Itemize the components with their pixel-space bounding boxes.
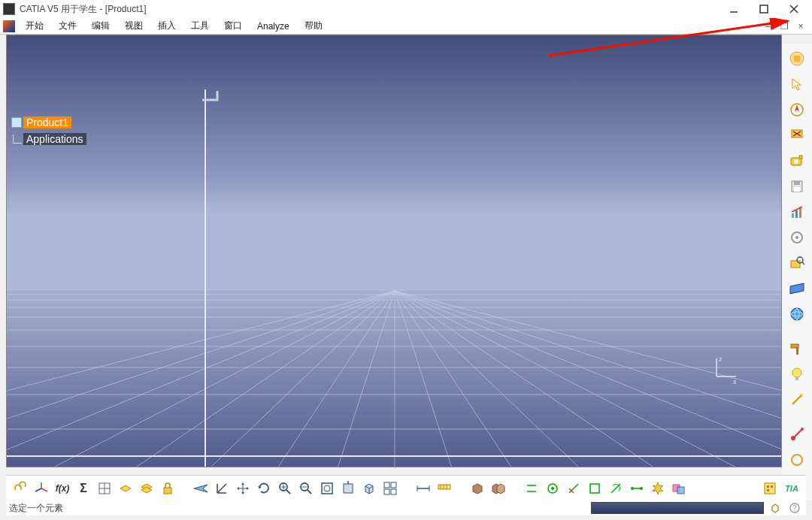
zoom-out-icon[interactable] xyxy=(296,479,316,498)
tree-branch-icon xyxy=(13,135,22,144)
menu-view[interactable]: 视图 xyxy=(117,18,150,34)
axis3-icon[interactable] xyxy=(32,479,51,498)
menu-help[interactable]: 帮助 xyxy=(297,18,330,34)
measure2-icon[interactable] xyxy=(435,479,454,498)
close-button[interactable] xyxy=(779,0,809,18)
sigma-icon[interactable]: Σ xyxy=(74,479,93,498)
svg-line-65 xyxy=(795,429,802,437)
right-toolbar xyxy=(782,44,812,500)
camera-icon[interactable] xyxy=(786,150,807,171)
move-icon[interactable] xyxy=(233,479,253,498)
spec-tree[interactable]: Product1 Applications xyxy=(11,116,86,150)
grid-icon[interactable] xyxy=(95,479,114,498)
part2-icon[interactable] xyxy=(489,479,508,498)
minimize-button[interactable] xyxy=(719,0,749,18)
multiview-icon[interactable] xyxy=(380,479,400,498)
svg-rect-40 xyxy=(794,56,800,62)
plane-fly-icon[interactable] xyxy=(191,479,211,498)
status-input-box[interactable] xyxy=(591,502,764,514)
svg-point-57 xyxy=(791,308,803,320)
svg-point-66 xyxy=(801,428,804,431)
part1-icon[interactable] xyxy=(468,479,487,498)
doc-close-button[interactable]: × xyxy=(792,21,809,32)
fx-icon[interactable]: f(x) xyxy=(53,479,72,498)
tree-root-label: Product1 xyxy=(23,116,71,128)
save-icon[interactable] xyxy=(786,176,807,197)
menu-edit[interactable]: 编辑 xyxy=(84,18,117,34)
zoom-in-icon[interactable] xyxy=(275,479,295,498)
menu-tools[interactable]: 工具 xyxy=(183,18,217,34)
layer1-icon[interactable] xyxy=(116,479,135,498)
maximize-button[interactable] xyxy=(749,0,779,18)
fit-icon[interactable] xyxy=(317,479,337,498)
lock-icon[interactable] xyxy=(158,479,177,498)
menubar: 开始 文件 编辑 视图 插入 工具 窗口 Analyze 帮助 – ❐ × xyxy=(0,18,812,35)
svg-point-113 xyxy=(631,487,634,490)
bulb-icon[interactable] xyxy=(786,364,807,385)
svg-rect-77 xyxy=(164,488,171,494)
svg-rect-92 xyxy=(344,484,353,493)
start-icon[interactable] xyxy=(3,20,15,32)
workbench-icon[interactable] xyxy=(786,48,807,69)
menu-file[interactable]: 文件 xyxy=(51,18,84,34)
menu-analyze[interactable]: Analyze xyxy=(250,20,297,33)
constraint1-icon[interactable] xyxy=(522,479,541,498)
svg-rect-117 xyxy=(765,483,775,494)
constraint2-icon[interactable] xyxy=(543,479,562,498)
menu-insert[interactable]: 插入 xyxy=(150,18,183,34)
svg-point-108 xyxy=(551,487,554,490)
svg-rect-119 xyxy=(771,485,773,488)
svg-line-109 xyxy=(569,484,578,493)
svg-point-67 xyxy=(792,455,802,465)
compass-icon[interactable] xyxy=(786,99,807,120)
constraint6-icon[interactable] xyxy=(627,479,647,498)
axis-compass[interactable]: z x xyxy=(710,354,741,384)
axis-icon[interactable] xyxy=(212,479,232,498)
explode-icon[interactable] xyxy=(648,479,668,498)
rotate-icon[interactable] xyxy=(254,479,274,498)
node-icon[interactable] xyxy=(786,227,807,248)
svg-rect-1 xyxy=(760,5,768,13)
search-layer-icon[interactable] xyxy=(786,252,807,274)
wand-icon[interactable] xyxy=(786,389,807,410)
circle-icon[interactable] xyxy=(786,449,807,470)
menu-start[interactable]: 开始 xyxy=(18,18,51,34)
status-help-icon[interactable]: ? xyxy=(786,501,803,515)
hammer-icon[interactable] xyxy=(786,338,807,359)
measure1-icon[interactable] xyxy=(414,479,433,498)
select-arrow-icon[interactable] xyxy=(786,74,807,95)
catalog-icon[interactable] xyxy=(761,479,780,498)
constraint4-icon[interactable] xyxy=(585,479,604,498)
status-cube-icon[interactable] xyxy=(767,501,783,515)
layer2-icon[interactable] xyxy=(137,479,156,498)
tree-child-node[interactable]: Applications xyxy=(11,133,86,145)
app-icon xyxy=(3,3,15,15)
svg-rect-47 xyxy=(794,181,800,185)
doc-minimize-button[interactable]: – xyxy=(759,21,776,32)
svg-rect-51 xyxy=(799,207,801,218)
annotation-flag-icon[interactable] xyxy=(786,125,807,146)
cube-icon[interactable] xyxy=(359,479,379,498)
tree-root-node[interactable]: Product1 xyxy=(11,116,86,128)
view-normal-icon[interactable] xyxy=(338,479,358,498)
svg-line-88 xyxy=(308,490,311,494)
stats-icon[interactable] xyxy=(786,201,807,222)
menu-window[interactable]: 窗口 xyxy=(217,18,250,34)
svg-rect-118 xyxy=(767,485,769,488)
clash-icon[interactable] xyxy=(669,479,689,498)
svg-rect-49 xyxy=(792,213,794,218)
viewport-3d[interactable] xyxy=(7,35,782,467)
probe-red-icon[interactable] xyxy=(786,424,807,445)
constraint3-icon[interactable] xyxy=(564,479,583,498)
svg-rect-90 xyxy=(322,483,332,494)
svg-line-63 xyxy=(792,395,801,404)
tia-icon[interactable]: TIA xyxy=(782,479,801,498)
svg-text:x: x xyxy=(733,378,737,384)
doc-restore-button[interactable]: ❐ xyxy=(776,21,792,32)
window-title: CATIA V5 用于学生 - [Product1] xyxy=(20,3,719,16)
blue-globe-icon[interactable] xyxy=(786,304,807,325)
blue-sheet-icon[interactable] xyxy=(786,278,807,299)
svg-line-72 xyxy=(41,488,47,491)
chain-icon[interactable] xyxy=(11,479,30,498)
constraint5-icon[interactable] xyxy=(606,479,626,498)
